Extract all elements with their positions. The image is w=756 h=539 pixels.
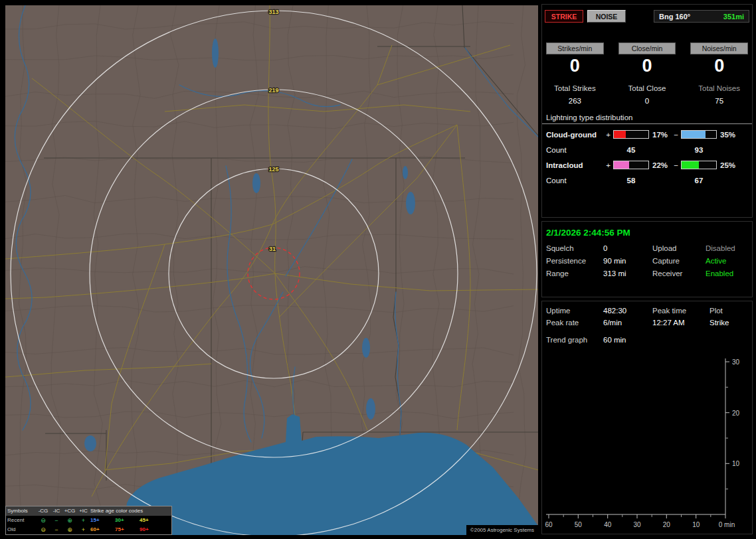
peak-rate-value: 6/min [603,319,652,327]
total-noises-label: Total Noises [690,84,748,92]
noises-per-min-button[interactable]: Noises/min [690,42,748,54]
y-tick-20: 20 [732,410,740,417]
neg-ic-icon: − [50,527,63,533]
trend-graph: 30 20 10 60 50 40 30 20 10 0 min [545,357,752,534]
ic-positive-pct: 22% [652,161,672,169]
range-ring-label: 31 [269,246,276,252]
age-30: 30+ [115,518,140,523]
session-grid: Uptime 482:30 Peak time Plot Peak rate 6… [542,301,752,327]
pos-cg-icon: ⊕ [63,518,76,524]
noises-per-min-value: 0 [690,56,748,76]
trend-graph-label: Trend graph [546,336,603,344]
upload-value: Disabled [706,244,748,252]
cg-negative-count: 93 [680,146,718,154]
legend-col-neg-cg: -CG [37,508,50,514]
settings-grid: Squelch 0 Upload Disabled Persistence 90… [542,240,752,277]
minus-sign: − [672,161,680,169]
legend-header: Symbols -CG -IC +CG +IC Strike age color… [6,506,171,516]
age-75: 75+ [115,527,140,532]
total-strikes-value: 263 [546,97,604,105]
legend-age-title: Strike age color codes [90,508,165,514]
copyright: ©2005 Astrogenic Systems [466,525,538,535]
strikes-per-min-column: Strikes/min 0 Total Strikes 263 [546,42,604,105]
pos-cg-icon: ⊕ [63,527,76,533]
age-90: 90+ [140,527,165,532]
cg-positive-count: 45 [612,146,650,154]
cg-negative-pct: 35% [720,131,743,139]
count-label: Count [546,146,612,154]
squelch-value: 0 [603,244,652,252]
x-tick-50: 50 [575,521,583,528]
total-noises-value: 75 [690,97,748,105]
intracloud-label: Intracloud [546,161,605,169]
x-tick-20: 20 [663,521,671,528]
plus-sign: + [605,131,612,139]
age-15: 15+ [90,518,115,523]
minus-sign: − [672,131,680,139]
peak-rate-label: Peak rate [546,319,603,327]
trend-minor-ticks [563,387,728,517]
total-strikes-label: Total Strikes [546,84,604,92]
range-ring-label: 313 [268,9,278,15]
map-legend: Symbols -CG -IC +CG +IC Strike age color… [5,506,172,535]
lightning-map[interactable]: 313 219 125 31 Symbols -CG -IC +CG +IC S… [5,5,538,535]
x-tick-30: 30 [633,521,641,528]
cg-negative-bar [681,130,717,139]
capture-value: Active [706,257,748,265]
cloud-ground-count-row: Count 45 93 [542,143,752,157]
divider [542,123,752,124]
peak-time-value: 12:27 AM [652,319,709,327]
count-label: Count [546,177,612,185]
noises-per-min-column: Noises/min 0 Total Noises 75 [690,42,748,105]
cloud-ground-row: Cloud-ground + 17% − 35% [542,127,752,143]
uptime-value: 482:30 [603,307,652,315]
x-tick-10: 10 [692,521,700,528]
ic-positive-bar [613,161,649,169]
ic-negative-count: 67 [680,177,718,185]
capture-label: Capture [652,257,706,265]
legend-symbols-title: Symbols [7,508,37,514]
plus-sign: + [605,161,612,169]
receiver-value: Enabled [706,270,748,277]
close-per-min-button[interactable]: Close/min [618,42,676,54]
receiver-label: Receiver [652,270,706,277]
pos-ic-icon: + [76,518,90,524]
right-panel: STRIKE NOISE Bng 160° 351mi Strikes/min … [541,0,756,539]
total-close-label: Total Close [618,84,676,92]
counters-section: STRIKE NOISE Bng 160° 351mi Strikes/min … [541,4,753,218]
legend-row-recent: Recent ⊖ − ⊕ + 15+ 30+ 45+ [6,516,171,525]
strikes-per-min-value: 0 [546,56,604,76]
y-tick-10: 10 [732,460,740,467]
pos-ic-icon: + [76,527,90,533]
range-value: 313 mi [603,270,652,277]
age-45: 45+ [140,518,165,523]
neg-cg-icon: ⊖ [37,527,50,533]
intracloud-count-row: Count 58 67 [542,173,752,188]
ic-negative-pct: 25% [720,161,743,169]
x-tick-60: 60 [545,521,553,528]
legend-col-pos-ic: +IC [76,508,90,514]
app-window: 313 219 125 31 Symbols -CG -IC +CG +IC S… [0,0,756,539]
x-tick-0-min: 0 min [719,521,735,528]
mode-row: STRIKE NOISE Bng 160° 351mi [542,5,752,23]
legend-row-old: Old ⊖ − ⊕ + 60+ 75+ 90+ [6,525,171,534]
ic-negative-bar [681,161,717,169]
strikes-per-min-button[interactable]: Strikes/min [546,42,604,54]
range-ring-label: 219 [268,87,278,94]
y-tick-30: 30 [732,358,740,366]
range-label: Range [546,270,603,277]
range-ring-label: 125 [268,166,278,173]
bearing-distance: 351mi [723,13,744,21]
legend-old-label: Old [7,527,37,532]
cg-positive-pct: 17% [652,131,672,139]
strike-button[interactable]: STRIKE [545,10,583,23]
bearing-label: Bng 160° [659,13,690,21]
persistence-value: 90 min [603,257,652,265]
trend-graph-row: Trend graph 60 min [542,327,752,344]
ic-positive-count: 58 [612,177,650,185]
rate-counters: Strikes/min 0 Total Strikes 263 Close/mi… [542,23,752,105]
legend-col-pos-cg: +CG [63,508,76,514]
bearing-display: Bng 160° 351mi [654,10,749,23]
noise-button[interactable]: NOISE [587,10,626,23]
trend-axes [546,358,725,514]
